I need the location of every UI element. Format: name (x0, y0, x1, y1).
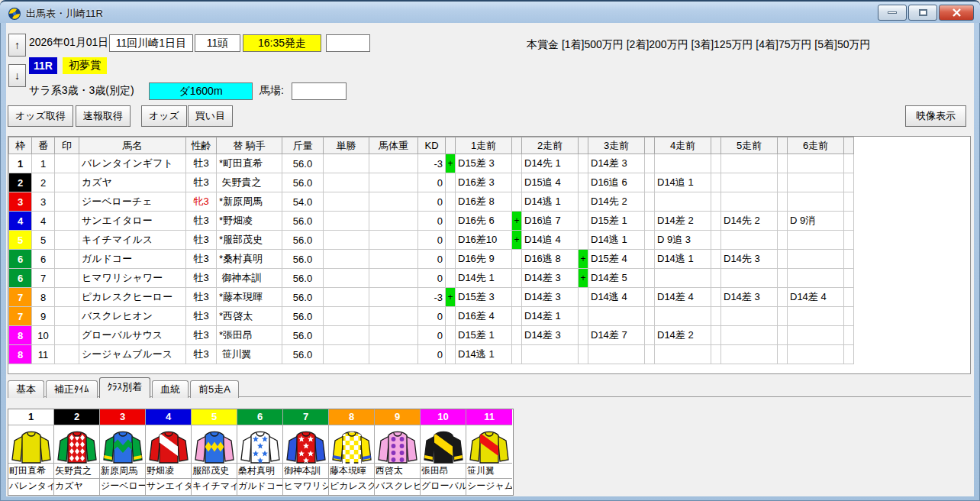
tab-last5[interactable]: 前5走A (190, 380, 239, 398)
kd-plus-cell (446, 212, 456, 231)
sex-age-cell: 牡3 (186, 231, 217, 250)
mark-cell[interactable] (55, 192, 79, 212)
horse-number-cell: 8 (32, 288, 55, 307)
jockey-silk-icon (466, 425, 512, 464)
maximize-button[interactable] (908, 5, 937, 21)
table-row[interactable]: 44サンエイタロー牡3*野畑凌56.00D16先 6+D16追 7D15差 1D… (9, 212, 854, 231)
mark-cell[interactable] (55, 288, 79, 307)
table-row[interactable]: 67ヒマワリシャワー牡3 御神本訓56.00D14先 1D14差 3+D14差 … (9, 269, 854, 288)
kd-cell: 0 (418, 231, 446, 250)
video-display-button[interactable]: 映像表示 (905, 105, 966, 127)
jockey-silk-icon (329, 425, 374, 464)
column-header: 6走前 (788, 137, 844, 154)
kd-plus-cell (579, 288, 588, 307)
flash-fetch-button[interactable]: 速報取得 (76, 105, 131, 127)
column-header: 馬体重 (369, 137, 418, 154)
past-race-cell (788, 154, 844, 173)
kd-plus-cell (512, 173, 522, 192)
silk-horse-number: 10 (421, 409, 466, 425)
start-time-box: 16:35発走 (243, 34, 321, 52)
table-row[interactable]: 811シージャムブルース牡3 笹川翼56.00D14逃 1 (9, 345, 854, 364)
tab-bloodline[interactable]: 血統 (152, 380, 189, 398)
silk-horse-number: 1 (8, 409, 53, 425)
kd-plus-cell: + (446, 154, 456, 173)
silk-column[interactable]: 7 御神本訓ヒマワリシャワー (283, 409, 329, 495)
win-odds-cell (324, 326, 369, 345)
weight-cell: 56.0 (282, 307, 324, 326)
waku-cell: 6 (9, 250, 32, 269)
column-header: 2走前 (522, 137, 579, 154)
silk-column[interactable]: 10 張田昂グローバルサウス (421, 409, 466, 495)
maximize-icon (919, 9, 927, 16)
silk-column[interactable]: 2 矢野貴之カズヤ (54, 409, 100, 495)
horse-weight-cell (369, 173, 418, 192)
mark-cell[interactable] (55, 212, 79, 231)
table-row[interactable]: 810グローバルサウス牡3*張田昂56.00D15差 1D14差 3D14差 7… (9, 326, 854, 345)
start-note-box[interactable] (326, 34, 370, 52)
kd-cell: 0 (418, 212, 446, 231)
kd-plus-cell (579, 192, 588, 212)
column-header: 性齢 (186, 137, 217, 154)
table-row[interactable]: 78ピカレスクヒーロー牡3*藤本現暉56.0-3+D15差 3D14差 3D14… (9, 288, 854, 307)
silk-column[interactable]: 11 笹川翼シージャムブルース (466, 409, 512, 495)
silk-column[interactable]: 4 野畑凌サンエイタロー (146, 409, 192, 495)
kd-plus-cell (446, 231, 456, 250)
horse-name-cell: バスクレヒオン (79, 307, 186, 326)
minimize-button[interactable] (878, 5, 907, 21)
sex-age-cell: 牡3 (186, 326, 217, 345)
table-row[interactable]: 33ジーベローチェ牝3*新原周馬54.00D16差 8D14逃 1D14先 2 (9, 192, 854, 212)
tab-class-finish[interactable]: ｸﾗｽ別着 (99, 377, 151, 398)
mark-cell[interactable] (55, 231, 79, 250)
mark-cell[interactable] (55, 345, 79, 364)
table-row[interactable]: 11バレンタインギフト牡3*町田直希56.0-3+D15差 3D14先 1D14… (9, 154, 854, 173)
table-row[interactable]: 55キイチマイルス牡3*服部茂史56.00D16差10+D14追 4D14逃 1… (9, 231, 854, 250)
odds-button[interactable]: オッズ (141, 105, 187, 127)
column-header: 枠 (9, 137, 32, 154)
past-race-cell (788, 173, 844, 192)
silk-jockey-name: 町田直希 (8, 464, 53, 479)
tab-adjusted-time[interactable]: 補正ﾀｲﾑ (46, 380, 98, 398)
kd-cell: -3 (418, 154, 446, 173)
silk-column[interactable]: 6 桑村真明ガルドコー (237, 409, 283, 495)
mark-cell[interactable] (55, 326, 79, 345)
weight-cell: 56.0 (282, 154, 324, 173)
mark-cell[interactable] (55, 250, 79, 269)
table-row[interactable]: 79バスクレヒオン牡3*西啓太56.00D16差 4D14差 1 (9, 307, 854, 326)
next-race-button[interactable]: ↓ (8, 64, 26, 87)
horse-name-cell: ピカレスクヒーロー (79, 288, 186, 307)
mark-cell[interactable] (55, 307, 79, 326)
column-header: 単勝 (324, 137, 369, 154)
track-condition-box[interactable] (292, 82, 347, 100)
kd-plus-cell (579, 212, 588, 231)
silk-column[interactable]: 5 服部茂史キイチマイルス (192, 409, 237, 495)
silk-column[interactable]: 1 町田直希バレンタインギフト (8, 409, 54, 495)
close-button[interactable] (939, 5, 974, 21)
odds-fetch-button[interactable]: オッズ取得 (8, 105, 73, 127)
table-row[interactable]: 22カズヤ牡3 矢野貴之56.00D16差 3D15追 4D16追 6D14追 … (9, 173, 854, 192)
track-condition-label: 馬場: (260, 84, 284, 98)
prev-race-button[interactable]: ↑ (8, 34, 26, 57)
kd-cell: 0 (418, 269, 446, 288)
mark-cell[interactable] (55, 269, 79, 288)
table-row[interactable]: 66ガルドコー牡3*桑村真明56.00D16先 9D16逃 8+D15差 4D1… (9, 250, 854, 269)
jockey-cell: *桑村真明 (217, 250, 282, 269)
mark-cell[interactable] (55, 154, 79, 173)
silk-horse-name: シージャムブルース (466, 479, 512, 494)
past-race-cell: D14追 1 (655, 173, 711, 192)
close-icon (952, 8, 962, 17)
mark-cell[interactable] (55, 173, 79, 192)
kd-plus-cell (711, 345, 721, 364)
silk-column[interactable]: 9 西啓太バスクレヒオン (375, 409, 421, 495)
kd-plus-cell (446, 250, 456, 269)
past-race-cell (788, 192, 844, 212)
silk-column[interactable]: 3 新原周馬ジーベローチェ (100, 409, 146, 495)
bets-button[interactable]: 買い目 (188, 105, 233, 127)
horse-number-cell: 3 (32, 192, 55, 212)
kd-cell: 0 (418, 250, 446, 269)
column-header: 印 (55, 137, 79, 154)
tab-basic[interactable]: 基本 (8, 380, 44, 398)
silk-horse-name: キイチマイルス (192, 479, 237, 494)
kd-cell: 0 (418, 307, 446, 326)
weight-cell: 56.0 (282, 173, 324, 192)
silk-column[interactable]: 8 藤本現暉ピカレスクヒーロー (329, 409, 375, 495)
